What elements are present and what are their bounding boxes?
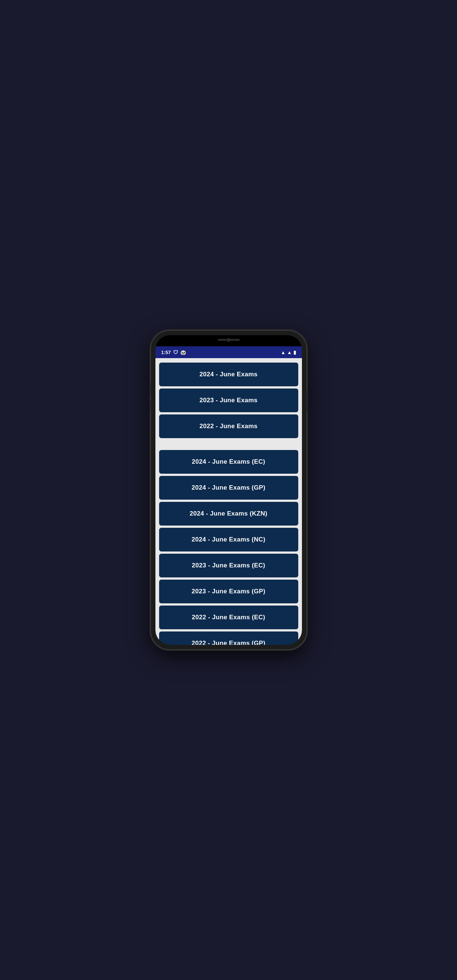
- time-display: 1:57: [161, 350, 171, 355]
- signal-icon: ▲: [287, 350, 292, 355]
- btn-2023-june-ec[interactable]: 2023 - June Exams (EC): [159, 554, 298, 578]
- status-right: ▲ ▲ ▮: [281, 350, 296, 355]
- btn-2022-june-gp[interactable]: 2022 - June Exams (GP): [159, 632, 298, 645]
- btn-2024-june-nc[interactable]: 2024 - June Exams (NC): [159, 528, 298, 552]
- btn-2024-june-gp[interactable]: 2024 - June Exams (GP): [159, 476, 298, 500]
- btn-2022-june[interactable]: 2022 - June Exams: [159, 414, 298, 438]
- phone-frame: 1:57 🛡 🐼 ▲ ▲ ▮ 2024 - June Exams 2023 - …: [151, 331, 306, 649]
- volume-down-button: [149, 399, 151, 412]
- phone-notch: [156, 335, 302, 346]
- face-icon: 🐼: [180, 350, 186, 355]
- status-bar: 1:57 🛡 🐼 ▲ ▲ ▮: [156, 346, 302, 358]
- content-area[interactable]: 2024 - June Exams 2023 - June Exams 2022…: [156, 358, 302, 645]
- power-button: [306, 390, 308, 412]
- wifi-icon: ▲: [281, 350, 286, 355]
- section-spacer: [159, 441, 298, 448]
- camera: [227, 338, 230, 342]
- btn-2023-june[interactable]: 2023 - June Exams: [159, 388, 298, 412]
- shield-icon: 🛡: [173, 350, 178, 355]
- btn-2023-june-gp[interactable]: 2023 - June Exams (GP): [159, 580, 298, 603]
- btn-2024-june-kzn[interactable]: 2024 - June Exams (KZN): [159, 502, 298, 525]
- status-left: 1:57 🛡 🐼: [161, 350, 186, 355]
- button-list: 2024 - June Exams 2023 - June Exams 2022…: [159, 363, 298, 645]
- battery-icon: ▮: [294, 350, 296, 355]
- content-wrapper: 2024 - June Exams 2023 - June Exams 2022…: [159, 363, 298, 640]
- btn-2022-june-ec[interactable]: 2022 - June Exams (EC): [159, 606, 298, 629]
- phone-screen: 1:57 🛡 🐼 ▲ ▲ ▮ 2024 - June Exams 2023 - …: [156, 335, 302, 645]
- btn-2024-june[interactable]: 2024 - June Exams: [159, 363, 298, 386]
- volume-up-button: [149, 383, 151, 396]
- btn-2024-june-ec[interactable]: 2024 - June Exams (EC): [159, 450, 298, 474]
